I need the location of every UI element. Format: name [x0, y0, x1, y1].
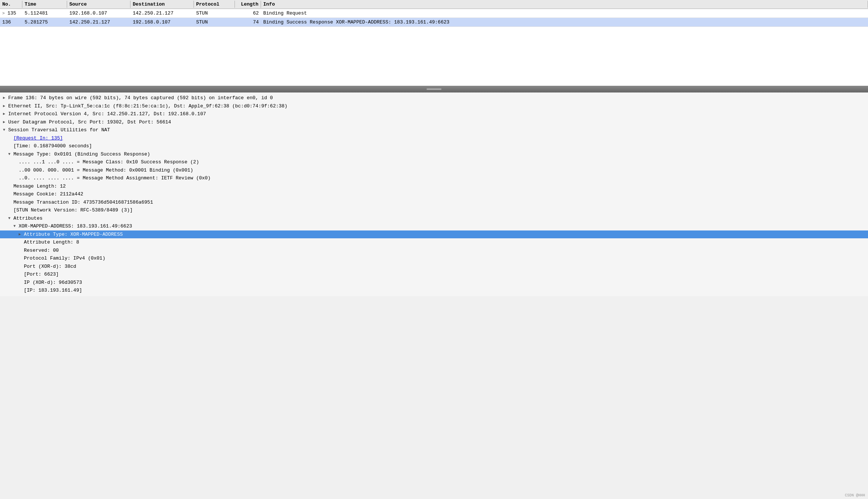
no-toggle-spacer	[19, 280, 24, 285]
header-protocol: Protocol	[194, 1, 235, 8]
detail-row-proto-family[interactable]: Protocol Family: IPv4 (0x01)	[0, 254, 868, 263]
header-source: Source	[67, 1, 130, 8]
detail-text-msg-txid: Message Transaction ID: 4735736d50416871…	[13, 199, 153, 206]
detail-row-time-val[interactable]: [Time: 0.168794000 seconds]	[0, 142, 868, 150]
detail-text-msg-length: Message Length: 12	[13, 183, 66, 190]
detail-row-attr-type[interactable]: ▶ Attribute Type: XOR-MAPPED-ADDRESS	[0, 230, 868, 239]
detail-text-udp: User Datagram Protocol, Src Port: 19302,…	[8, 119, 171, 126]
detail-row-port-xor[interactable]: Port (XOR-d): 38cd	[0, 263, 868, 271]
divider-handle	[427, 88, 441, 90]
cell-time: 5.112481	[22, 10, 67, 17]
cell-no: 136	[0, 19, 22, 26]
detail-link-request-in[interactable]: [Request In: 135]	[13, 135, 63, 142]
cell-time: 5.281275	[22, 19, 67, 26]
no-toggle-spacer	[8, 200, 13, 205]
detail-text-stun: Session Traversal Utilities for NAT	[8, 126, 110, 134]
detail-row-stun[interactable]: ▼ Session Traversal Utilities for NAT	[0, 126, 868, 134]
expand-arrow-icon: >	[2, 11, 7, 16]
detail-text-attr-length: Attribute Length: 8	[24, 239, 79, 246]
cell-no: > 135	[0, 10, 22, 17]
detail-row-msg-txid[interactable]: Message Transaction ID: 4735736d50416871…	[0, 198, 868, 207]
no-toggle-spacer	[13, 167, 19, 173]
expanded-icon: ▼	[8, 151, 13, 157]
detail-text-msg-cookie: Message Cookie: 2112a442	[13, 191, 83, 198]
cell-source: 142.250.21.127	[67, 19, 130, 26]
detail-row-msg-cookie[interactable]: Message Cookie: 2112a442	[0, 190, 868, 198]
detail-row-attributes[interactable]: ▼ Attributes	[0, 214, 868, 223]
detail-text-attr-type: Attribute Type: XOR-MAPPED-ADDRESS	[24, 231, 123, 238]
detail-row-msg-class[interactable]: .... ...1 ...0 .... = Message Class: 0x1…	[0, 158, 868, 166]
detail-row-ip-xor[interactable]: IP (XOR-d): 96d30573	[0, 279, 868, 287]
detail-text-frame: Frame 136: 74 bytes on wire (592 bits), …	[8, 94, 273, 102]
detail-row-msg-type[interactable]: ▼ Message Type: 0x0101 (Binding Success …	[0, 150, 868, 159]
detail-text-attributes: Attributes	[13, 215, 43, 222]
detail-text-reserved: Reserved: 00	[24, 247, 59, 254]
detail-text-ip: Internet Protocol Version 4, Src: 142.25…	[8, 110, 206, 118]
cell-protocol: STUN	[194, 19, 235, 26]
no-toggle-spacer	[13, 159, 19, 165]
header-time: Time	[22, 1, 67, 8]
header-destination: Destination	[130, 1, 194, 8]
detail-row-stun-version[interactable]: [STUN Network Version: RFC-5389/8489 (3)…	[0, 206, 868, 214]
detail-row-msg-length[interactable]: Message Length: 12	[0, 182, 868, 191]
expanded-icon: ▼	[8, 216, 13, 221]
packet-list-section: No. Time Source Destination Protocol Len…	[0, 0, 868, 86]
collapsed-icon: ▶	[3, 119, 8, 125]
packet-rows: > 1355.112481192.168.0.107142.250.21.127…	[0, 9, 868, 27]
detail-row-xor-mapped[interactable]: ▼ XOR-MAPPED-ADDRESS: 183.193.161.49:662…	[0, 222, 868, 230]
detail-text-msg-method: ..00 000. 000. 0001 = Message Method: 0x…	[19, 167, 193, 174]
packet-row[interactable]: > 1355.112481192.168.0.107142.250.21.127…	[0, 9, 868, 18]
cell-info: Binding Success Response XOR-MAPPED-ADDR…	[261, 19, 868, 26]
detail-row-frame[interactable]: ▶ Frame 136: 74 bytes on wire (592 bits)…	[0, 94, 868, 102]
no-toggle-spacer	[13, 175, 19, 181]
detail-text-msg-type: Message Type: 0x0101 (Binding Success Re…	[13, 151, 150, 158]
header-no: No.	[0, 1, 22, 8]
cell-length: 74	[235, 19, 261, 26]
detail-row-ip[interactable]: ▶ Internet Protocol Version 4, Src: 142.…	[0, 110, 868, 118]
no-toggle-spacer	[8, 143, 13, 149]
pane-divider[interactable]	[0, 86, 868, 92]
detail-text-time-val: [Time: 0.168794000 seconds]	[13, 142, 92, 150]
detail-row-ethernet[interactable]: ▶ Ethernet II, Src: Tp-LinkT_5e:ca:1c (f…	[0, 102, 868, 110]
collapsed-icon: ▶	[3, 103, 8, 109]
no-toggle-spacer	[19, 264, 24, 269]
detail-text-ethernet: Ethernet II, Src: Tp-LinkT_5e:ca:1c (f8:…	[8, 103, 287, 110]
header-length: Length	[235, 1, 261, 8]
detail-text-proto-family: Protocol Family: IPv4 (0x01)	[24, 255, 105, 262]
expanded-icon: ▼	[3, 127, 8, 133]
detail-text-msg-class: .... ...1 ...0 .... = Message Class: 0x1…	[19, 159, 199, 166]
packet-list: No. Time Source Destination Protocol Len…	[0, 0, 868, 27]
no-toggle-spacer	[19, 248, 24, 253]
no-toggle-spacer	[8, 207, 13, 213]
cell-info: Binding Request	[261, 10, 868, 17]
detail-text-xor-mapped: XOR-MAPPED-ADDRESS: 183.193.161.49:6623	[19, 223, 132, 230]
no-toggle-spacer	[19, 255, 24, 261]
cell-destination: 142.250.21.127	[130, 10, 194, 17]
detail-rows: ▶ Frame 136: 74 bytes on wire (592 bits)…	[0, 94, 868, 295]
detail-text-stun-version: [STUN Network Version: RFC-5389/8489 (3)…	[13, 207, 133, 214]
detail-row-attr-length[interactable]: Attribute Length: 8	[0, 238, 868, 247]
detail-row-request-in[interactable]: [Request In: 135]	[0, 134, 868, 142]
detail-row-msg-method[interactable]: ..00 000. 000. 0001 = Message Method: 0x…	[0, 166, 868, 175]
collapsed-icon: ▶	[3, 111, 8, 117]
empty-area	[0, 27, 868, 86]
no-toggle-spacer	[8, 191, 13, 197]
detail-text-port-val: [Port: 6623]	[24, 271, 59, 278]
detail-text-msg-assignment: ..0. .... .... .... = Message Method Ass…	[19, 175, 211, 182]
detail-row-msg-assignment[interactable]: ..0. .... .... .... = Message Method Ass…	[0, 174, 868, 182]
detail-row-udp[interactable]: ▶ User Datagram Protocol, Src Port: 1930…	[0, 118, 868, 126]
collapsed-icon: ▶	[3, 95, 8, 101]
no-toggle-spacer	[8, 135, 13, 141]
detail-row-ip-val[interactable]: [IP: 183.193.161.49]	[0, 286, 868, 295]
detail-text-ip-val: [IP: 183.193.161.49]	[24, 287, 82, 294]
no-toggle-spacer	[19, 239, 24, 245]
cell-protocol: STUN	[194, 10, 235, 17]
no-toggle-spacer	[19, 288, 24, 293]
detail-row-port-val[interactable]: [Port: 6623]	[0, 270, 868, 279]
cell-length: 62	[235, 10, 261, 17]
packet-list-header: No. Time Source Destination Protocol Len…	[0, 0, 868, 9]
no-toggle-spacer	[8, 183, 13, 189]
detail-row-reserved[interactable]: Reserved: 00	[0, 247, 868, 255]
header-info: Info	[261, 1, 868, 8]
packet-row[interactable]: 1365.281275142.250.21.127192.168.0.107ST…	[0, 18, 868, 27]
